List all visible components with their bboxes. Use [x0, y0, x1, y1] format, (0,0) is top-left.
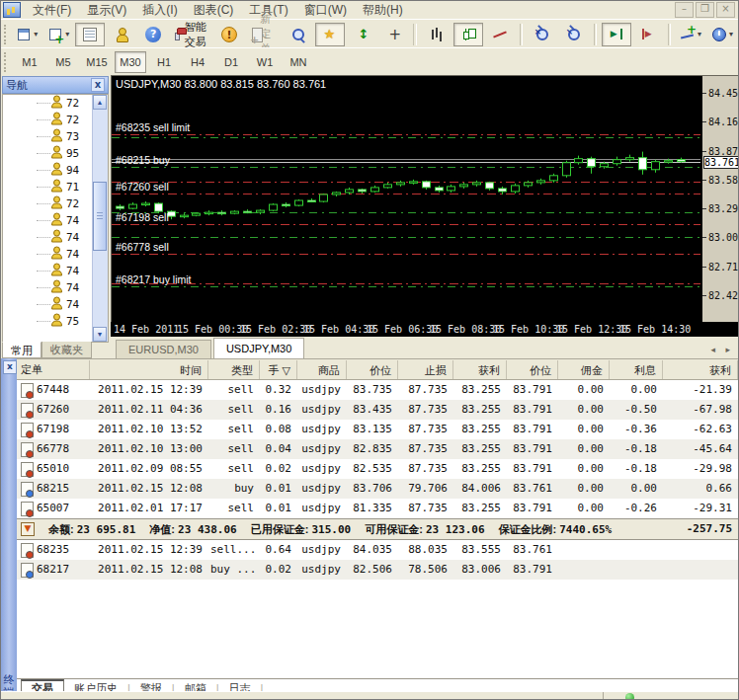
expert-advisors-button[interactable]: 智能交易	[170, 23, 212, 46]
menu-item-c[interactable]: 图表(C)	[186, 1, 242, 20]
restore-button[interactable]: ❐	[696, 2, 714, 18]
menu-item-f[interactable]: 文件(F)	[25, 1, 79, 20]
favorites-button[interactable]	[315, 23, 345, 46]
order-row-65010[interactable]: 650102011.02.09 08:55sell0.02usdjpy82.53…	[17, 459, 738, 479]
time-axis[interactable]: 14 Feb 201115 Feb 00:3015 Feb 02:3015 Fe…	[111, 322, 739, 338]
navigator-scrollbar[interactable]: ▲ ▼	[92, 95, 108, 342]
menu-item-h[interactable]: 帮助(H)	[355, 1, 411, 20]
order-row-68215[interactable]: 682152011.02.15 12:08buy0.01usdjpy83.706…	[17, 479, 738, 499]
column-header-2[interactable]: 类型	[208, 360, 260, 379]
chart-tab-eurusd-m30[interactable]: EURUSD,M30	[116, 340, 211, 358]
market-watch-button[interactable]	[75, 23, 105, 46]
toolbar-grip[interactable]	[4, 25, 8, 44]
tree-connector	[37, 187, 50, 189]
timeframe-button-m1[interactable]: M1	[14, 51, 45, 73]
timeframe-button-m5[interactable]: M5	[47, 51, 79, 73]
crosshair-button[interactable]	[378, 23, 408, 46]
data-window-button[interactable]	[107, 23, 136, 46]
menu-item-v[interactable]: 显示(V)	[79, 1, 134, 20]
tree-connector	[37, 321, 50, 323]
column-header-0[interactable]: 定单	[17, 360, 90, 379]
cell-type: buy	[208, 479, 260, 499]
line-chart-button[interactable]	[485, 23, 515, 46]
scroll-down-icon[interactable]: ▼	[93, 327, 107, 342]
candlestick-button[interactable]	[453, 23, 483, 46]
scrollbar-thumb[interactable]	[93, 182, 107, 251]
navigator-close-icon[interactable]: x	[91, 78, 105, 92]
column-header-1[interactable]: 时间	[90, 360, 208, 379]
timeframe-grip[interactable]	[4, 52, 10, 72]
column-header-3[interactable]: 手 ▽	[260, 360, 297, 379]
indicators-button[interactable]: ▾	[676, 23, 705, 46]
column-header-10[interactable]: 利息	[610, 360, 663, 379]
bar-chart-button[interactable]	[422, 23, 452, 46]
timeframe-button-d1[interactable]: D1	[215, 51, 247, 73]
navigator-tabs: 常用收藏夹	[2, 342, 92, 358]
account-person-icon	[50, 112, 63, 128]
balance-segment-2: 已用保证金: 315.00	[251, 519, 351, 540]
price-axis[interactable]: 83.761 84.45084.16083.87083.58083.29083.…	[702, 75, 739, 324]
zoom-out-button[interactable]	[559, 23, 589, 46]
chevron-down-icon[interactable]: ▾	[698, 30, 701, 39]
cell-order: 67260	[17, 400, 90, 420]
timeframe-button-mn[interactable]: MN	[283, 51, 314, 73]
order-row-68235[interactable]: 682352011.02.15 12:39sell...0.64usdjpy84…	[17, 540, 738, 560]
timeframe-button-w1[interactable]: W1	[249, 51, 281, 73]
chart-shift-button[interactable]	[633, 23, 663, 46]
profiles-button[interactable]: ▾	[43, 23, 73, 46]
new-order-button[interactable]: 新定单	[246, 23, 283, 46]
column-header-4[interactable]: 商品	[297, 360, 347, 379]
cell-tp: 83.255	[453, 420, 507, 439]
account-number: 71	[66, 181, 79, 194]
auto-trading-button[interactable]	[347, 23, 376, 46]
zoom-in-button[interactable]	[528, 23, 557, 46]
scroll-up-icon[interactable]: ▲	[93, 95, 107, 110]
close-button[interactable]: ×	[716, 2, 735, 18]
navigator-tab-favorites[interactable]: 收藏夹	[41, 342, 92, 358]
timeframe-button-h4[interactable]: H4	[182, 51, 213, 73]
navigator-tab-common[interactable]: 常用	[2, 342, 41, 358]
navigator-button[interactable]	[138, 23, 168, 46]
menu-item-w[interactable]: 窗口(W)	[296, 1, 355, 20]
timeframe-button-h1[interactable]: H1	[148, 51, 180, 73]
chart-plot-area[interactable]: #68235 sell limit#68215 buy#67260 sell#6…	[111, 75, 703, 323]
navigator-panel: 导航 x 7272739594717274747474747475 ▲ ▼ 常用…	[1, 75, 110, 358]
column-header-9[interactable]: 佣金	[558, 360, 610, 379]
strategy-tester-button[interactable]	[284, 23, 313, 46]
column-header-7[interactable]: 获利	[453, 360, 507, 379]
column-header-11[interactable]: 获利	[663, 360, 738, 379]
cell-order: 65007	[17, 499, 90, 518]
column-header-8[interactable]: 价位	[507, 360, 558, 379]
terminal-close-icon[interactable]: x	[3, 360, 17, 374]
column-header-5[interactable]: 价位	[347, 360, 398, 379]
timeframe-button-m30[interactable]: M30	[115, 51, 146, 73]
cell-symbol: usdjpy	[297, 380, 347, 400]
chart-tab-usdjpy-m30[interactable]: USDJPY,M30	[213, 338, 304, 358]
price-tick: 83.580	[702, 176, 739, 186]
new-chart-button[interactable]: ▾	[12, 23, 41, 46]
menu-item-i[interactable]: 插入(I)	[134, 1, 185, 20]
cell-sl: 87.735	[398, 380, 453, 400]
account-person-icon	[50, 279, 63, 296]
order-row-66778[interactable]: 667782011.02.10 13:00sell0.04usdjpy82.83…	[17, 439, 738, 459]
auto-scroll-button[interactable]	[602, 23, 631, 46]
chevron-down-icon[interactable]: ▾	[34, 30, 38, 39]
timeframe-button-m15[interactable]: M15	[81, 51, 113, 73]
order-row-67198[interactable]: 671982011.02.10 13:52sell0.08usdjpy83.13…	[17, 420, 738, 439]
column-header-6[interactable]: 止损	[398, 360, 453, 379]
order-row-67260[interactable]: 672602011.02.11 04:36sell0.16usdjpy83.43…	[17, 400, 738, 420]
minimize-button[interactable]: –	[675, 2, 694, 18]
periods-button[interactable]: ▾	[707, 23, 737, 46]
order-row-67448[interactable]: 674482011.02.15 12:39sell0.32usdjpy83.73…	[17, 380, 738, 400]
alert-button[interactable]	[214, 23, 244, 46]
cell-price2: 83.791	[507, 499, 558, 518]
cell-symbol: usdjpy	[297, 560, 347, 580]
chevron-down-icon[interactable]: ▾	[65, 30, 69, 39]
indicators-icon	[680, 27, 696, 42]
chevron-down-icon[interactable]: ▾	[729, 30, 733, 39]
cell-order: 68235	[17, 540, 90, 560]
chart-tab-scroll-arrows[interactable]: ◂ ▸	[710, 345, 734, 354]
order-row-65007[interactable]: 650072011.02.01 17:17sell0.01usdjpy81.33…	[17, 499, 738, 518]
account-person-icon	[50, 246, 63, 263]
order-row-68217[interactable]: 682172011.02.15 12:08buy ...0.02usdjpy82…	[17, 560, 738, 580]
